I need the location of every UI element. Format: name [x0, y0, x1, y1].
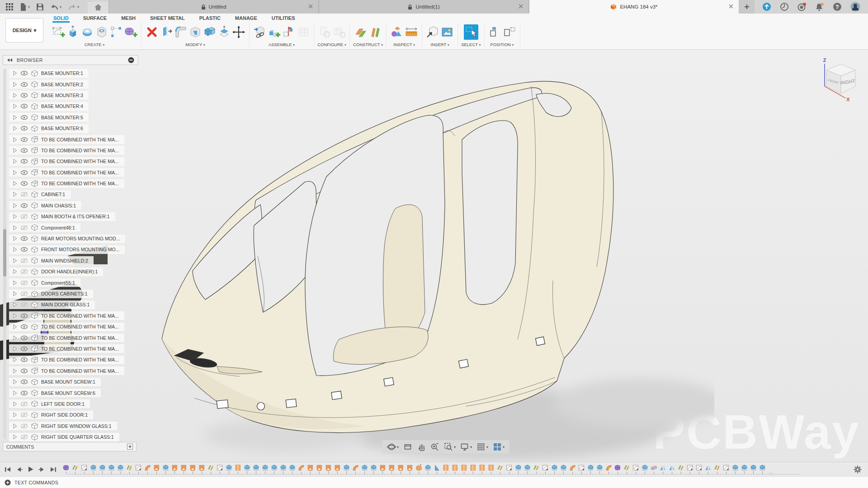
timeline-feature-revolve[interactable] [406, 464, 413, 474]
hole-button[interactable] [94, 24, 109, 40]
new-component-button[interactable] [267, 24, 282, 40]
plane-along-button[interactable] [368, 24, 382, 40]
timeline-feature-revolve[interactable] [307, 464, 314, 474]
browser-item[interactable]: MAIN BOOTH & ITS OPENER:1 [9, 211, 125, 222]
timeline-feature-extrude[interactable] [244, 464, 250, 474]
timeline-feature-form[interactable] [614, 464, 621, 474]
timeline-feature-loft[interactable] [569, 464, 576, 474]
timeline-feature-extrude[interactable] [361, 464, 368, 474]
job-sync-button[interactable] [760, 1, 774, 12]
timeline-feature-mirror[interactable] [705, 464, 712, 474]
timeline-feature-plane[interactable] [533, 464, 540, 474]
browser-item[interactable]: BASE MOUNTER:5 [9, 112, 125, 123]
timeline-feature-revolve[interactable] [198, 464, 205, 474]
home-button[interactable] [88, 2, 108, 14]
browser-item[interactable]: TO BE COMBINED WITH THE MA... [9, 366, 125, 376]
close-icon[interactable] [729, 4, 733, 9]
timeline-feature-loft[interactable] [298, 464, 305, 474]
browser-item[interactable]: DOOR HANDLE(INNER):1 [9, 266, 125, 277]
timeline-feature-plane[interactable] [714, 464, 721, 474]
timeline-feature-extrude[interactable] [587, 464, 594, 474]
timeline-feature-extrude[interactable] [343, 464, 350, 474]
timeline-feature-extrude[interactable] [732, 464, 739, 474]
move-copy-button[interactable] [231, 24, 246, 40]
timeline-feature-plane[interactable] [72, 464, 79, 474]
ribbon-tab-manage[interactable]: MANAGE [234, 14, 258, 23]
timeline-feature-plane[interactable] [623, 464, 630, 474]
browser-item[interactable]: TO BE COMBINED WITH THE MA... [9, 343, 125, 354]
go-to-end-button[interactable] [50, 466, 57, 473]
browser-item[interactable]: Component48:1 [9, 222, 125, 233]
timeline-feature-extrude[interactable] [759, 464, 766, 474]
browser-item[interactable]: TO BE COMBINED WITH THE MA... [9, 332, 125, 343]
browser-item[interactable]: BASE MOUNT SCREW:1 [9, 376, 125, 387]
insert-link-button[interactable] [253, 24, 267, 40]
3d-model-ehang-cockpit[interactable] [149, 68, 714, 462]
browser-item[interactable]: MAIN WINDSHIELD:2 [9, 255, 125, 266]
timeline-feature-extrude[interactable] [551, 464, 558, 474]
3d-viewport[interactable]: PCBWay [0, 50, 868, 462]
timeline-feature-sketch[interactable] [632, 464, 639, 474]
ribbon-tab-sheet-metal[interactable]: SHEET METAL [149, 14, 186, 23]
ribbon-group-label[interactable]: INSERT ▾ [431, 41, 449, 47]
timeline-feature-extrude[interactable] [226, 464, 232, 474]
add-comment-icon[interactable] [127, 444, 133, 450]
timeline-feature-extrude[interactable] [108, 464, 115, 474]
ribbon-tab-plastic[interactable]: PLASTIC [198, 14, 222, 23]
ribbon-group-label[interactable]: INSPECT ▾ [393, 41, 415, 47]
timeline-feature-sketch[interactable] [578, 464, 585, 474]
close-icon[interactable] [519, 4, 523, 9]
select-window-button[interactable] [464, 24, 478, 40]
timeline-feature-loft[interactable] [144, 464, 151, 474]
ribbon-group-label[interactable]: CONFIGURE ▾ [317, 41, 346, 47]
zoom-button[interactable] [429, 441, 441, 452]
browser-item[interactable]: LEFT SIDE DOOR:1 [9, 399, 125, 409]
timeline-feature-pattern[interactable] [452, 464, 458, 474]
offset-face-button[interactable] [217, 24, 231, 40]
timeline-feature-extrude[interactable] [253, 464, 259, 474]
timeline-feature-extrude[interactable] [750, 464, 757, 474]
ribbon-tab-utilities[interactable]: UTILITIES [271, 14, 296, 23]
save-button[interactable] [34, 2, 46, 12]
expand-text-commands-icon[interactable] [5, 479, 11, 486]
plane-offset-button[interactable] [354, 24, 368, 40]
browser-item[interactable]: RIGHT SIDE QUARTER GLASS:1 [9, 432, 125, 442]
document-tab[interactable]: EHANG 184 v3* [529, 0, 739, 14]
ruler-button[interactable] [404, 24, 419, 40]
browser-item[interactable]: DOORS CABINETS:1 [9, 288, 125, 299]
timeline-settings-button[interactable] [854, 465, 868, 474]
browser-item[interactable]: MAIN CHASIS:1 [9, 200, 125, 211]
revert-position-button[interactable] [502, 24, 517, 40]
timeline-feature-extrude[interactable] [370, 464, 377, 474]
insert-canvas-button[interactable] [440, 24, 454, 40]
pan-button[interactable] [415, 441, 427, 452]
browser-item[interactable]: REAR MOTORS MOUNTING MOD... [9, 233, 125, 244]
profile-button[interactable] [848, 1, 863, 13]
timeline-feature-form[interactable] [63, 464, 70, 474]
timeline-feature-extrude[interactable] [271, 464, 278, 474]
timeline-feature-pattern[interactable] [470, 464, 476, 474]
timeline-feature-revolve[interactable] [334, 464, 341, 474]
timeline-feature-revolve[interactable] [180, 464, 187, 474]
timeline-feature-revolve[interactable] [189, 464, 196, 474]
step-forward-button[interactable] [38, 466, 45, 473]
browser-item[interactable]: CABINET:1 [9, 189, 125, 200]
browser-item[interactable]: TO BE COMBINED WITH THE MA... [9, 354, 125, 365]
capture-position-button[interactable] [488, 24, 502, 40]
browser-item[interactable]: TO BE COMBINED WITH THE MA... [9, 134, 125, 145]
undo-button[interactable]: ▾ [48, 3, 64, 11]
display-settings-button[interactable]: ▾ [459, 441, 473, 452]
timeline-feature-mirror[interactable] [669, 464, 675, 474]
timeline-feature-extrude[interactable] [99, 464, 106, 474]
shell-button[interactable] [188, 24, 203, 40]
browser-scrollbar-thumb[interactable] [3, 229, 6, 277]
timeline-feature-extrude[interactable] [596, 464, 603, 474]
browser-item[interactable]: MAIN DOOR GLASS:1 [9, 299, 125, 310]
timeline-feature-extrude[interactable] [515, 464, 522, 474]
revolve-button[interactable] [80, 24, 94, 40]
timeline-feature-extrude[interactable] [280, 464, 287, 474]
help-button[interactable]: ? [830, 1, 844, 12]
ribbon-group-label[interactable]: CONSTRUCT ▾ [353, 41, 383, 47]
document-tab[interactable]: Untitled [108, 0, 319, 14]
timeline-feature-extrude[interactable] [741, 464, 748, 474]
